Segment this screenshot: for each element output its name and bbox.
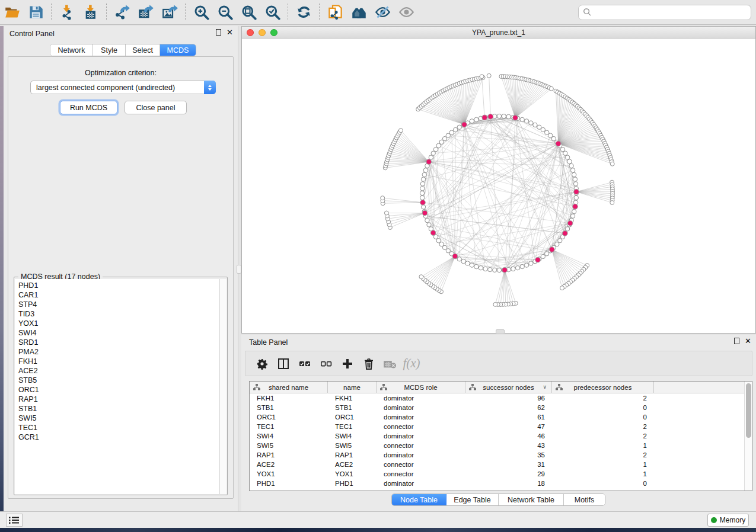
find-icon[interactable]	[349, 4, 369, 21]
window-zoom-light[interactable]	[270, 29, 277, 36]
mcds-result-item[interactable]: TEC1	[15, 423, 219, 432]
open-file-icon[interactable]	[2, 4, 22, 21]
hide-selected-icon[interactable]	[372, 4, 393, 21]
control-panel-tabs: NetworkStyleSelectMCDS	[50, 44, 196, 56]
table-row[interactable]: SWI4SWI4dominator462	[250, 431, 744, 441]
column-header-name[interactable]: name	[328, 382, 377, 393]
column-layout-icon[interactable]	[273, 354, 294, 373]
table-tab-motifs[interactable]: Motifs	[564, 494, 605, 505]
table-float-panel-icon[interactable]	[734, 338, 739, 344]
table-row[interactable]: SWI5SWI5connector431	[250, 441, 744, 450]
mcds-result-item[interactable]: ORC1	[15, 385, 219, 395]
import-table-icon[interactable]	[81, 4, 101, 21]
column-header-MCDS-role[interactable]: MCDS role	[377, 382, 465, 393]
vertical-splitter-handle[interactable]	[237, 265, 241, 274]
tab-mcds[interactable]: MCDS	[160, 44, 196, 56]
select-all-columns-icon[interactable]	[294, 354, 315, 373]
tab-select[interactable]: Select	[126, 44, 160, 56]
cell-MCDS-role: connector	[377, 442, 465, 449]
mcds-result-item[interactable]: STP4	[15, 300, 219, 309]
tab-network[interactable]: Network	[50, 44, 93, 56]
mcds-result-item[interactable]: PMA2	[15, 347, 219, 357]
run-mcds-button[interactable]: Run MCDS	[60, 101, 117, 114]
mcds-result-item[interactable]: CAR1	[15, 290, 219, 300]
table-scrollbar-thumb[interactable]	[746, 383, 751, 438]
table-toolbar: f(x)	[245, 351, 752, 376]
table-tab-network-table[interactable]: Network Table	[499, 494, 564, 505]
zoom-in-icon[interactable]	[191, 4, 211, 21]
table-settings-gear-icon[interactable]	[251, 354, 273, 373]
column-header-shared-name[interactable]: shared name	[250, 382, 328, 393]
mcds-result-item[interactable]: YOX1	[15, 319, 219, 328]
mcds-result-item[interactable]: SWI5	[15, 414, 219, 423]
tab-style[interactable]: Style	[93, 44, 126, 56]
mcds-result-item[interactable]: SRD1	[15, 338, 219, 347]
search-input[interactable]	[578, 5, 751, 20]
save-session-icon[interactable]	[25, 4, 46, 21]
float-panel-icon[interactable]	[216, 29, 221, 36]
deselect-all-columns-icon[interactable]	[315, 354, 337, 373]
mcds-result-item[interactable]: FKH1	[15, 357, 219, 366]
close-panel-button[interactable]: Close panel	[125, 101, 187, 114]
cell-predecessor-nodes: 1	[552, 442, 654, 449]
network-from-selection-icon[interactable]	[325, 4, 345, 21]
network-canvas[interactable]	[242, 39, 755, 333]
table-tab-edge-table[interactable]: Edge Table	[446, 494, 499, 505]
table-row[interactable]: FKH1FKH1dominator962	[250, 393, 744, 403]
table-row[interactable]: RAP1RAP1dominator352	[250, 450, 744, 460]
column-header-predecessor-nodes[interactable]: predecessor nodes	[552, 382, 654, 393]
export-table-icon[interactable]	[136, 4, 156, 21]
table-row[interactable]: STB1STB1dominator620	[250, 403, 744, 412]
status-bar: Memory	[0, 511, 756, 528]
mcds-result-item[interactable]: GCR1	[15, 432, 219, 442]
mcds-result-item[interactable]: RAP1	[15, 395, 219, 404]
mcds-result-item[interactable]: SWI4	[15, 328, 219, 338]
horizontal-splitter-handle[interactable]	[496, 329, 505, 334]
task-history-button[interactable]	[6, 514, 23, 527]
table-row[interactable]: ACE2ACE2connector311	[250, 460, 744, 469]
window-close-light[interactable]	[247, 29, 254, 36]
column-header-successor-nodes[interactable]: successor nodes∨	[465, 382, 552, 393]
cell-successor-nodes: 31	[465, 461, 552, 468]
mcds-result-list[interactable]: PHD1CAR1STP4TID3YOX1SWI4SRD1PMA2FKH1ACE2…	[15, 279, 219, 494]
export-image-icon[interactable]	[160, 4, 180, 21]
table-tabs: Node TableEdge TableNetwork TableMotifs	[391, 493, 605, 506]
memory-label: Memory	[720, 516, 745, 524]
cell-successor-nodes: 47	[465, 423, 552, 430]
table-row[interactable]: TEC1TEC1connector472	[250, 422, 744, 431]
table-row[interactable]: YOX1YOX1connector291	[250, 469, 744, 479]
zoom-selected-icon[interactable]	[262, 4, 282, 21]
mcds-result-item[interactable]: STB1	[15, 404, 219, 414]
window-minimize-light[interactable]	[259, 29, 266, 36]
cell-MCDS-role: dominator	[377, 451, 465, 459]
criterion-dropdown[interactable]: largest connected component (undirected)	[30, 81, 216, 94]
mcds-result-item[interactable]: TID3	[15, 309, 219, 319]
zoom-out-icon[interactable]	[215, 4, 235, 21]
table-close-panel-icon[interactable]: ✕	[745, 338, 751, 344]
apply-layout-icon[interactable]	[294, 4, 314, 21]
import-network-icon[interactable]	[57, 4, 77, 21]
mcds-list-scrollbar[interactable]	[219, 279, 227, 494]
memory-button[interactable]: Memory	[707, 514, 749, 527]
cell-successor-nodes: 35	[465, 451, 552, 459]
cell-shared-name: SWI5	[250, 442, 328, 449]
table-scrollbar[interactable]	[744, 382, 752, 491]
mcds-result-item[interactable]: PHD1	[15, 281, 219, 290]
export-network-icon[interactable]	[112, 4, 132, 21]
delete-column-icon[interactable]	[358, 354, 379, 373]
cell-shared-name: ACE2	[250, 461, 328, 468]
mcds-result-item[interactable]: STB5	[15, 376, 219, 385]
show-all-icon[interactable]	[396, 4, 416, 21]
table-row[interactable]: PHD1PHD1dominator180	[250, 479, 744, 488]
zoom-fit-icon[interactable]	[238, 4, 259, 21]
cell-successor-nodes: 61	[465, 414, 552, 421]
mcds-result-item[interactable]: ACE2	[15, 366, 219, 376]
table-row[interactable]: ORC1ORC1dominator610	[250, 412, 744, 422]
cell-MCDS-role: dominator	[377, 395, 465, 402]
add-column-icon[interactable]	[337, 354, 358, 373]
table-tab-node-table[interactable]: Node Table	[392, 494, 446, 505]
close-panel-icon[interactable]: ✕	[227, 29, 233, 36]
dropdown-stepper-icon	[204, 81, 216, 94]
network-view-window: YPA_prune.txt_1	[241, 26, 756, 334]
control-panel: Control Panel ✕ NetworkStyleSelectMCDS O…	[4, 26, 238, 511]
